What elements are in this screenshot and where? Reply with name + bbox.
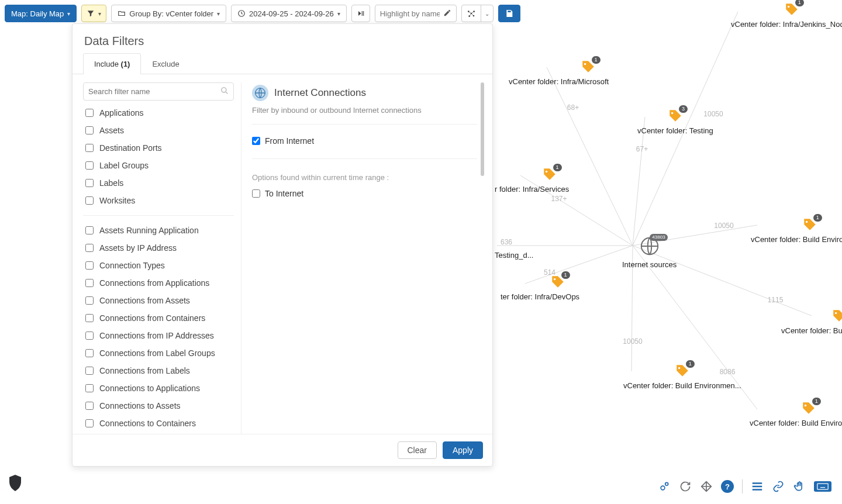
node-microsoft[interactable]: 1 vCenter folder: Infra/Microsoft — [538, 60, 638, 86]
filter-checkbox[interactable] — [85, 419, 94, 427]
node-jenkins[interactable]: 1 vCenter folder: Infra/Jenkins_Nodes — [731, 2, 842, 29]
filter-item[interactable]: Worksites — [83, 192, 234, 209]
node-label: ter folder: Infra/DevOps — [501, 292, 579, 301]
svg-point-17 — [788, 6, 789, 8]
filter-item[interactable]: Connections to Assets — [83, 397, 234, 415]
node-buildenv3[interactable]: 1 vCenter folder: Build Environmen... — [750, 401, 842, 427]
pan-hand-icon[interactable] — [793, 480, 806, 493]
filter-item[interactable]: Assets — [83, 122, 234, 139]
filter-checkbox[interactable] — [85, 226, 94, 234]
filter-checkbox[interactable] — [85, 244, 94, 252]
filter-checkbox[interactable] — [85, 384, 94, 392]
link-icon[interactable] — [772, 480, 785, 493]
filter-item[interactable]: Label Groups — [83, 157, 234, 174]
node-label: vCenter folder: Build Environmen... — [623, 381, 741, 390]
filter-item-label: Label Groups — [99, 161, 149, 170]
node-label: vCenter folder: Infra/Jenkins_Nodes — [731, 20, 842, 29]
svg-point-26 — [222, 88, 226, 92]
tab-include[interactable]: Include (1) — [83, 53, 141, 74]
filter-checkbox[interactable] — [85, 261, 94, 270]
svg-point-19 — [671, 112, 673, 114]
from-internet-checkbox[interactable] — [252, 137, 260, 145]
list-view-icon[interactable] — [751, 480, 764, 493]
filter-item-label: Applications — [99, 108, 144, 118]
help-icon[interactable]: ? — [721, 480, 734, 493]
filter-item[interactable]: Assets by IP Address — [83, 239, 234, 257]
dialog-footer: Clear Apply — [73, 434, 492, 466]
refresh-icon[interactable] — [679, 480, 692, 493]
to-internet-checkbox[interactable] — [252, 189, 260, 198]
edge-label: 514 — [544, 268, 555, 277]
filter-checkbox[interactable] — [85, 332, 94, 340]
filter-item-label: Assets — [99, 126, 124, 135]
scrollbar[interactable] — [481, 82, 484, 176]
filter-checkbox[interactable] — [85, 279, 94, 287]
node-badge: 1 — [812, 398, 821, 405]
to-internet-row[interactable]: To Internet — [252, 187, 477, 201]
to-internet-label: To Internet — [265, 189, 303, 198]
search-icon — [220, 87, 229, 96]
filter-item-label: Connections from Containers — [99, 313, 205, 323]
clear-button[interactable]: Clear — [398, 441, 437, 459]
divider — [252, 124, 477, 125]
filter-checkbox[interactable] — [85, 296, 94, 305]
filter-item[interactable]: Connections from Labels — [83, 362, 234, 379]
svg-point-23 — [835, 312, 837, 314]
filter-checkbox[interactable] — [85, 367, 94, 375]
separator — [742, 479, 743, 493]
tab-exclude[interactable]: Exclude — [141, 53, 190, 74]
filter-item-label: Assets Running Application — [99, 226, 199, 235]
apply-button[interactable]: Apply — [443, 441, 483, 459]
node-label: vCenter folder: Testing — [637, 126, 713, 135]
keyboard-icon[interactable] — [814, 481, 831, 492]
filter-checkbox[interactable] — [85, 126, 94, 134]
filter-checkbox[interactable] — [85, 144, 94, 152]
filter-item-label: Connections to Applications — [99, 384, 200, 393]
node-build2[interactable]: 2 vCenter folder: Build — [805, 309, 842, 335]
detail-desc: Filter by inbound or outbound Internet c… — [252, 106, 477, 115]
filter-checkbox[interactable] — [85, 402, 94, 410]
filter-checkbox[interactable] — [85, 109, 94, 117]
filter-checkbox[interactable] — [85, 314, 94, 322]
filter-item[interactable]: Connections to IP Addresses — [83, 432, 234, 434]
filter-item-label: Connections to Assets — [99, 401, 181, 410]
node-build1[interactable]: 1 vCenter folder: Build Environmen... — [751, 218, 842, 244]
filter-checkbox[interactable] — [85, 179, 94, 187]
filter-checkbox[interactable] — [85, 196, 94, 205]
filter-item[interactable]: Labels — [83, 174, 234, 192]
node-internet-sources[interactable]: 43803 Internet sources — [622, 236, 677, 269]
filter-list[interactable]: ApplicationsAssetsDestination PortsLabel… — [83, 82, 241, 434]
node-testing[interactable]: 3 vCenter folder: Testing — [637, 109, 713, 135]
filter-item[interactable]: Connection Types — [83, 257, 234, 274]
filter-item[interactable]: Connections to Applications — [83, 379, 234, 397]
filter-search-input[interactable] — [88, 87, 217, 96]
filter-search[interactable] — [83, 82, 234, 101]
from-internet-row[interactable]: From Internet — [252, 134, 477, 148]
filter-item-label: Connection Types — [99, 261, 165, 270]
edge-label: 8086 — [720, 368, 736, 376]
filter-item[interactable]: Applications — [83, 104, 234, 122]
node-devops[interactable]: 1 ter folder: Infra/DevOps — [518, 275, 597, 301]
node-label: Testing_d... — [495, 251, 534, 260]
globe-icon — [252, 85, 268, 101]
filter-item[interactable]: Connections from Applications — [83, 274, 234, 292]
filter-checkbox[interactable] — [85, 161, 94, 170]
filter-item[interactable]: Connections from IP Addresses — [83, 327, 234, 344]
filter-item[interactable]: Connections from Label Groups — [83, 344, 234, 362]
move-icon[interactable] — [700, 480, 713, 493]
shield-icon[interactable] — [8, 475, 22, 491]
filter-item[interactable]: Connections to Containers — [83, 415, 234, 432]
filter-item[interactable]: Destination Ports — [83, 139, 234, 157]
filter-item-label: Connections to Containers — [99, 419, 196, 428]
node-testing-d[interactable]: Testing_d... — [495, 248, 534, 260]
svg-point-18 — [584, 63, 585, 65]
filter-checkbox[interactable] — [85, 349, 94, 357]
tab-exclude-label: Exclude — [152, 60, 179, 68]
filter-item-label: Connections from Assets — [99, 296, 190, 305]
node-services[interactable]: 1 r folder: Infra/Services — [512, 167, 586, 194]
filter-item[interactable]: Connections from Containers — [83, 309, 234, 327]
filter-item[interactable]: Assets Running Application — [83, 222, 234, 239]
filter-item[interactable]: Connections from Assets — [83, 292, 234, 309]
node-badge: 1 — [813, 214, 822, 222]
settings-icon[interactable] — [658, 480, 671, 493]
